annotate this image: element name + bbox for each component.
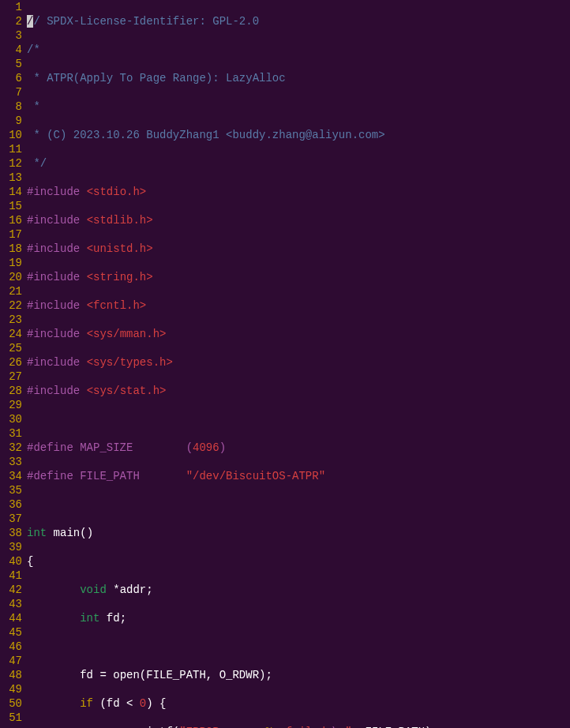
code-line: /* — [27, 43, 570, 57]
code-line: #include <stdlib.h> — [27, 213, 570, 227]
code-line: void *addr; — [27, 583, 570, 597]
comment-text: / SPDX-License-Identifier: GPL-2.0 — [33, 15, 259, 28]
line-number: 49 — [0, 682, 22, 696]
line-number: 15 — [0, 199, 22, 213]
code-line: printf("ERROR: open %s failed.\n", FILE_… — [27, 725, 570, 728]
line-number: 11 — [0, 142, 22, 156]
code-area[interactable]: // SPDX-License-Identifier: GPL-2.0 /* *… — [27, 0, 570, 728]
line-number: 43 — [0, 597, 22, 611]
line-number: 45 — [0, 625, 22, 640]
line-number: 8 — [0, 99, 22, 114]
code-line: { — [27, 554, 570, 569]
line-number: 1 — [0, 0, 22, 14]
line-number: 39 — [0, 540, 22, 554]
line-number: 31 — [0, 426, 22, 441]
code-line: int fd; — [27, 611, 570, 625]
line-number: 20 — [0, 270, 22, 284]
line-number: 44 — [0, 611, 22, 625]
code-line: int main() — [27, 526, 570, 540]
code-line — [27, 412, 570, 426]
line-number: 13 — [0, 171, 22, 185]
line-number: 7 — [0, 85, 22, 99]
line-number: 37 — [0, 512, 22, 526]
line-number: 42 — [0, 583, 22, 597]
code-line: if (fd < 0) { — [27, 696, 570, 711]
code-line: #include <unistd.h> — [27, 242, 570, 256]
line-number: 30 — [0, 412, 22, 426]
line-number: 26 — [0, 355, 22, 370]
code-line: #include <sys/stat.h> — [27, 384, 570, 398]
code-editor: 1 2 3 4 5 6 7 8 9 10 11 12 13 14 15 16 1… — [0, 0, 570, 728]
line-number: 6 — [0, 71, 22, 85]
line-number: 28 — [0, 384, 22, 398]
line-number: 33 — [0, 455, 22, 469]
code-line: * — [27, 99, 570, 114]
line-number: 3 — [0, 28, 22, 43]
line-number: 2 — [0, 14, 22, 28]
line-number: 34 — [0, 469, 22, 483]
code-line: * (C) 2023.10.26 BuddyZhang1 <buddy.zhan… — [27, 128, 570, 142]
line-number: 12 — [0, 156, 22, 171]
line-number: 50 — [0, 696, 22, 711]
line-number: 23 — [0, 313, 22, 327]
code-line: #define FILE_PATH "/dev/BiscuitOS-ATPR" — [27, 469, 570, 483]
code-line: fd = open(FILE_PATH, O_RDWR); — [27, 668, 570, 682]
line-number: 17 — [0, 227, 22, 242]
code-line — [27, 640, 570, 654]
code-line: // SPDX-License-Identifier: GPL-2.0 — [27, 14, 570, 28]
code-line: #include <sys/types.h> — [27, 355, 570, 370]
line-number: 25 — [0, 341, 22, 355]
code-line: #include <string.h> — [27, 270, 570, 284]
line-number: 10 — [0, 128, 22, 142]
line-number: 38 — [0, 526, 22, 540]
line-number: 16 — [0, 213, 22, 227]
line-number: 32 — [0, 441, 22, 455]
line-number: 40 — [0, 554, 22, 569]
line-number: 9 — [0, 114, 22, 128]
line-number-gutter: 1 2 3 4 5 6 7 8 9 10 11 12 13 14 15 16 1… — [0, 0, 27, 728]
line-number: 14 — [0, 185, 22, 199]
code-line: */ — [27, 156, 570, 171]
line-number: 48 — [0, 668, 22, 682]
line-number: 18 — [0, 242, 22, 256]
line-number: 46 — [0, 640, 22, 654]
code-line: #include <sys/mman.h> — [27, 327, 570, 341]
code-line: #include <stdio.h> — [27, 185, 570, 199]
line-number: 35 — [0, 483, 22, 497]
code-line: #include <fcntl.h> — [27, 298, 570, 313]
code-line — [27, 497, 570, 512]
line-number: 4 — [0, 43, 22, 57]
line-number: 22 — [0, 298, 22, 313]
line-number: 41 — [0, 569, 22, 583]
line-number: 47 — [0, 654, 22, 668]
line-number: 24 — [0, 327, 22, 341]
line-number: 36 — [0, 497, 22, 512]
code-line: * ATPR(Apply To Page Range): LazyAlloc — [27, 71, 570, 85]
line-number: 29 — [0, 398, 22, 412]
line-number: 5 — [0, 57, 22, 71]
line-number: 27 — [0, 370, 22, 384]
line-number: 21 — [0, 284, 22, 298]
line-number: 51 — [0, 711, 22, 725]
code-line: #define MAP_SIZE (4096) — [27, 441, 570, 455]
line-number: 19 — [0, 256, 22, 270]
